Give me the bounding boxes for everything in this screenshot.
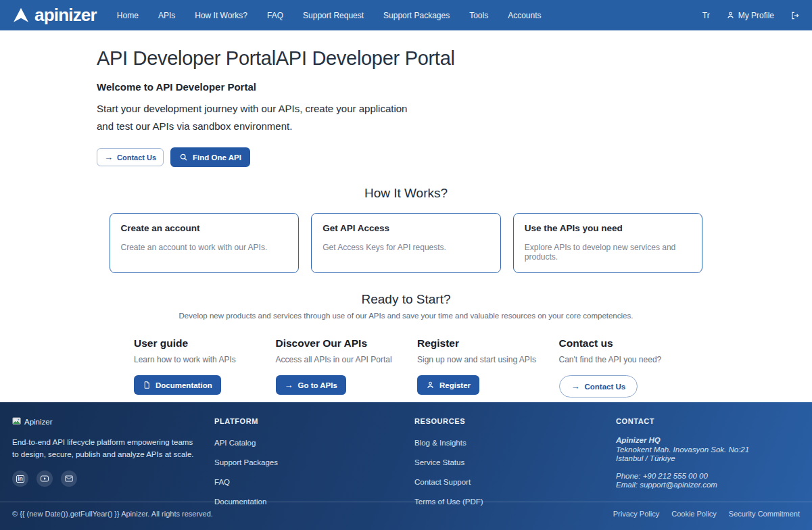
nav-item-tools[interactable]: Tools	[469, 11, 488, 20]
youtube-icon	[41, 475, 49, 482]
find-one-api-label: Find One API	[193, 153, 241, 162]
hero-contact-us-label: Contact Us	[117, 153, 156, 162]
contact-phone: Phone: +90 212 555 00 00	[616, 472, 800, 481]
contact-info: Apinizer HQ Teknokent Mah. Inovasyon Sok…	[616, 436, 800, 490]
card-get-api-access: Get API Access Get Access Keys for API r…	[311, 213, 501, 273]
my-profile-link[interactable]: My Profile	[726, 11, 774, 20]
cookie-policy-link[interactable]: Cookie Policy	[671, 510, 717, 518]
documentation-button[interactable]: Documentation	[134, 375, 221, 395]
column-register: Register Sign up now and start using API…	[417, 337, 559, 397]
envelope-icon	[65, 475, 73, 482]
ready-to-start-section: Ready to Start? Develop new products and…	[0, 292, 812, 397]
footer-brand-alt-text: Apinizer	[24, 418, 53, 426]
my-profile-label: My Profile	[738, 11, 774, 20]
card-create-account: Create an account Create an account to w…	[110, 213, 300, 273]
go-to-apis-button[interactable]: → Go to APIs	[276, 375, 346, 395]
navbar-right: Tr My Profile	[702, 11, 800, 20]
linkedin-icon: in	[16, 475, 25, 483]
nav-item-faq[interactable]: FAQ	[267, 11, 283, 20]
nav-item-how-it-works[interactable]: How It Works?	[195, 11, 247, 20]
contact-heading: CONTACT	[616, 417, 800, 425]
main-nav: Home APIs How It Works? FAQ Support Requ…	[117, 11, 542, 20]
ready-subtitle: Develop new products and services throug…	[0, 312, 812, 320]
top-navbar: apinizer Home APIs How It Works? FAQ Sup…	[0, 0, 812, 30]
hero-description: Start your development journey with our …	[97, 100, 715, 135]
ready-columns: User guide Learn how to work with APIs D…	[134, 337, 700, 397]
linkedin-button[interactable]: in	[12, 471, 28, 487]
ready-title: Ready to Start?	[0, 292, 812, 307]
broken-image-icon	[12, 417, 22, 427]
footer-link-documentation[interactable]: Documentation	[214, 498, 266, 506]
hero-description-line1: Start your development journey with our …	[97, 103, 407, 114]
footer-link-faq[interactable]: FAQ	[214, 478, 230, 486]
apinizer-logo-icon	[12, 7, 30, 24]
hero-buttons: → Contact Us Find One API	[97, 147, 715, 167]
column-title: Discover Our APIs	[276, 337, 418, 350]
column-description: Access all APIs in our API Portal	[276, 355, 418, 364]
card-use-apis: Use the APIs you need Explore APIs to de…	[513, 213, 703, 273]
language-toggle[interactable]: Tr	[702, 11, 710, 20]
resources-heading: RESOURCES	[414, 417, 616, 425]
footer-social-links: in	[12, 471, 214, 487]
column-title: Register	[417, 337, 559, 350]
brand-logo[interactable]: apinizer	[12, 5, 97, 26]
footer-resources-column: RESOURCES Blog & Insights Service Status…	[414, 417, 616, 514]
footer-main: Apinizer End-to-end API lifecycle platfo…	[0, 402, 812, 502]
footer-link-contact-support[interactable]: Contact Support	[414, 478, 471, 486]
arrow-right-icon: →	[285, 381, 293, 389]
card-description: Create an account to work with our APIs.	[121, 243, 288, 252]
logout-button[interactable]	[790, 11, 800, 20]
go-to-apis-label: Go to APIs	[298, 381, 337, 389]
footer-link-blog-insights[interactable]: Blog & Insights	[414, 439, 467, 447]
card-description: Get Access Keys for API requests.	[323, 243, 489, 252]
find-one-api-button[interactable]: Find One API	[170, 147, 250, 167]
contact-us-label: Contact Us	[585, 383, 626, 391]
hero-contact-us-button[interactable]: → Contact Us	[97, 148, 164, 166]
security-commitment-link[interactable]: Security Commitment	[729, 510, 800, 518]
brand-name: apinizer	[34, 5, 97, 26]
arrow-right-icon: →	[571, 382, 580, 391]
register-label: Register	[439, 381, 471, 389]
nav-item-accounts[interactable]: Accounts	[508, 11, 541, 20]
column-description: Sign up now and start using APIs	[417, 355, 559, 364]
hero-section: API Developer PortalAPI Developer Portal…	[97, 30, 715, 167]
contact-address-line1: Teknokent Mah. Inovasyon Sok. No:21	[616, 445, 800, 455]
footer-platform-column: PLATFORM API Catalog Support Packages FA…	[214, 417, 414, 514]
user-icon	[726, 11, 735, 20]
nav-item-support-request[interactable]: Support Request	[303, 11, 364, 20]
contact-us-pill-button[interactable]: → Contact Us	[559, 375, 638, 397]
contact-hq: Apinizer HQ	[616, 436, 800, 445]
column-user-guide: User guide Learn how to work with APIs D…	[134, 337, 276, 397]
nav-item-support-packages[interactable]: Support Packages	[383, 11, 450, 20]
card-title: Create an account	[121, 223, 288, 233]
privacy-policy-link[interactable]: Privacy Policy	[613, 510, 659, 518]
hero-description-line2: and test our APIs via sandbox environmen…	[97, 120, 292, 132]
footer-contact-column: CONTACT Apinizer HQ Teknokent Mah. Inova…	[616, 417, 800, 514]
column-description: Can't find the API you need?	[559, 355, 701, 364]
footer-link-terms-of-use[interactable]: Terms of Use (PDF)	[414, 498, 483, 506]
logout-icon	[790, 11, 800, 20]
youtube-button[interactable]	[37, 471, 53, 487]
card-description: Explore APIs to develop new services and…	[525, 243, 692, 262]
page-title: API Developer PortalAPI Developer Portal	[97, 47, 715, 70]
nav-item-apis[interactable]: APIs	[158, 11, 175, 20]
document-icon	[143, 381, 151, 389]
footer-link-support-packages[interactable]: Support Packages	[214, 458, 278, 466]
how-it-works-title: How It Works?	[0, 186, 812, 201]
user-icon	[426, 381, 435, 389]
copyright-text: © {{ (new Date()).getFullYear() }} Apini…	[12, 510, 213, 518]
column-discover-apis: Discover Our APIs Access all APIs in our…	[276, 337, 418, 397]
footer-link-api-catalog[interactable]: API Catalog	[214, 439, 256, 447]
footer-about-column: Apinizer End-to-end API lifecycle platfo…	[12, 417, 214, 514]
legal-links: Privacy Policy Cookie Policy Security Co…	[613, 510, 800, 518]
nav-item-home[interactable]: Home	[117, 11, 139, 20]
platform-heading: PLATFORM	[214, 417, 414, 425]
footer-link-service-status[interactable]: Service Status	[414, 458, 464, 466]
email-button[interactable]	[61, 471, 77, 487]
arrow-right-icon: →	[104, 153, 113, 162]
how-it-works-section: How It Works? Create an account Create a…	[0, 186, 812, 273]
contact-address-line2: Istanbul / Türkiye	[616, 454, 800, 464]
platform-links: API Catalog Support Packages FAQ Documen…	[214, 436, 414, 507]
register-button[interactable]: Register	[417, 375, 479, 395]
how-it-works-cards: Create an account Create an account to w…	[110, 213, 703, 273]
